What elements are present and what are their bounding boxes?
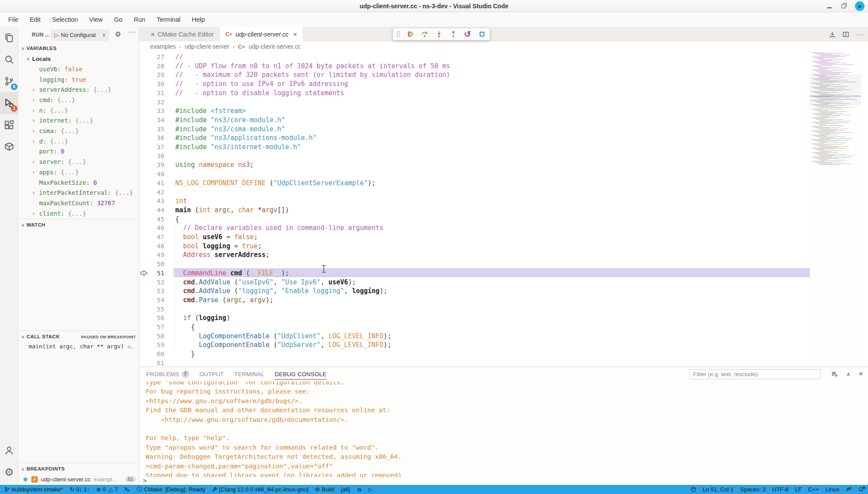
status-item-7[interactable]: △7 xyxy=(109,486,118,493)
chevron-right-icon[interactable]: › xyxy=(33,107,34,113)
split-editor-icon[interactable] xyxy=(842,31,849,38)
line-number[interactable]: 31 xyxy=(139,89,164,98)
line-number[interactable]: 43 xyxy=(139,197,164,206)
panel-tab-output[interactable]: OUTPUT xyxy=(196,367,227,381)
menu-item-file[interactable]: File xyxy=(3,12,24,27)
breadcrumb-item[interactable]: udp-client-server.cc xyxy=(249,43,301,50)
line-number[interactable]: 48 xyxy=(139,242,164,251)
code-line[interactable]: 36#include "ns3/applications-module.h" xyxy=(139,134,810,143)
menu-item-terminal[interactable]: Terminal xyxy=(151,12,186,27)
line-number[interactable]: 54 xyxy=(139,296,164,305)
code-line[interactable]: 30// - option to use IPv4 or IPv6 addres… xyxy=(139,80,810,89)
debug-console-prompt[interactable]: > xyxy=(139,477,868,485)
menu-item-go[interactable]: Go xyxy=(108,12,128,27)
chevron-right-icon[interactable]: › xyxy=(33,190,34,196)
panel-tab-terminal[interactable]: TERMINAL xyxy=(231,367,268,381)
line-number[interactable]: 32 xyxy=(139,98,164,107)
code-line[interactable]: 52 cmd.AddValue ("useIpv6", "Use Ipv6", … xyxy=(139,278,810,287)
chevron-right-icon[interactable]: › xyxy=(33,138,34,144)
status-item-feedback[interactable] xyxy=(846,487,851,492)
status-item-container[interactable] xyxy=(691,487,696,492)
activity-bar-item-settings[interactable]: ⚙ xyxy=(0,461,18,483)
chevron-right-icon[interactable]: › xyxy=(33,159,34,165)
tab-cmake-cache-editor[interactable]: ≡ CMake Cache Editor xyxy=(145,27,220,41)
status-item-utf-8[interactable]: UTF-8 xyxy=(772,486,788,493)
call-stack-frame[interactable]: main(int argc, char ** argv) u. xyxy=(29,343,137,350)
breadcrumb-item[interactable]: udp-client-server xyxy=(184,43,229,50)
debug-console-output[interactable]: Type "show configuration" for configurat… xyxy=(139,381,868,477)
status-item-c++[interactable]: C++ xyxy=(808,486,819,493)
tab-udp-client-server[interactable]: C+ udp-client-server.cc × xyxy=(220,27,303,41)
line-number[interactable]: 50 xyxy=(139,260,164,269)
status-item-buildsystem-cmake[interactable]: buildsystem-cmake* xyxy=(4,486,63,493)
code-line[interactable]: 49 Address serverAddress; xyxy=(139,250,810,260)
code-line[interactable]: 58 LogComponentEnable ("UdpClient", LOG_… xyxy=(139,332,810,341)
line-number[interactable]: 52 xyxy=(139,278,164,287)
status-item-0-1[interactable]: ↻0↓ 1↑ xyxy=(70,486,90,493)
line-number[interactable]: 45 xyxy=(139,215,164,224)
activity-bar-item-cmake-tools[interactable] xyxy=(0,136,18,157)
activity-bar-item-source-control[interactable]: 6 xyxy=(0,70,18,92)
step-into-button[interactable] xyxy=(434,30,443,39)
clear-console-icon[interactable] xyxy=(831,370,838,377)
restore-button[interactable] xyxy=(841,4,845,8)
line-number[interactable]: 34 xyxy=(139,116,164,125)
panel-tab-problems[interactable]: PROBLEMS7 xyxy=(143,367,193,381)
gear-icon[interactable]: ⚙ xyxy=(115,30,121,38)
variable-row-internet[interactable]: ›internet: {...} xyxy=(18,116,139,126)
line-number[interactable]: 35 xyxy=(139,125,164,134)
chevron-right-icon[interactable]: › xyxy=(33,169,34,175)
line-number[interactable]: 46 xyxy=(139,224,164,233)
line-number[interactable]: 58 xyxy=(139,332,164,341)
line-number[interactable]: 47 xyxy=(139,233,164,242)
code-line[interactable]: 55 xyxy=(139,305,810,314)
variable-row-MaxPacketSize[interactable]: MaxPacketSize: 0 xyxy=(18,177,139,188)
line-number[interactable]: 39 xyxy=(139,160,164,170)
line-number[interactable]: 36 xyxy=(139,134,164,143)
maximize-panel-icon[interactable]: ∧ xyxy=(846,371,851,377)
status-item-linux[interactable]: Linux xyxy=(825,486,839,493)
code-line[interactable]: 60 } xyxy=(139,350,810,359)
variable-row-useV6[interactable]: useV6: false xyxy=(18,64,139,74)
breadcrumb-item[interactable]: examples xyxy=(150,43,176,50)
chevron-right-icon[interactable]: › xyxy=(33,97,34,103)
panel-tab-debug-console[interactable]: DEBUG CONSOLE xyxy=(271,367,330,381)
line-number[interactable]: 61 xyxy=(139,359,164,367)
code-line[interactable]: 50 xyxy=(139,260,810,269)
code-line[interactable]: 34#include "ns3/core-module.h" xyxy=(139,116,810,125)
variable-row-cmd[interactable]: ›cmd: {...} xyxy=(18,95,139,105)
code-line[interactable]: 31// - option to disable logging stateme… xyxy=(139,89,810,98)
code-line[interactable]: 43int xyxy=(139,197,810,206)
code-line[interactable]: 48 bool logging = true; xyxy=(139,242,810,251)
variable-row-d[interactable]: ›d: {...} xyxy=(18,136,139,147)
line-number[interactable]: 49 xyxy=(139,250,164,260)
variables-section-header[interactable]: ∨ VARIABLES xyxy=(18,43,139,53)
code-line[interactable]: 41NS_LOG_COMPONENT_DEFINE ("UdpClientSer… xyxy=(139,179,810,188)
chevron-right-icon[interactable]: › xyxy=(33,87,34,93)
code-line[interactable]: 40 xyxy=(139,170,810,179)
status-item-spaces-2[interactable]: Spaces: 2 xyxy=(740,486,766,493)
step-out-button[interactable] xyxy=(449,30,457,39)
line-number[interactable]: 29 xyxy=(139,70,164,80)
code-line[interactable]: 38 xyxy=(139,152,810,161)
status-item-cmake-debug-ready[interactable]: ⓘCMake: [Debug]: Ready xyxy=(137,486,205,493)
close-button[interactable]: × xyxy=(855,1,865,11)
status-item-all[interactable]: [all] xyxy=(341,486,350,493)
variable-row-apps[interactable]: ›apps: {...} xyxy=(18,167,139,177)
more-actions-icon[interactable]: ··· xyxy=(128,28,136,36)
console-filter-input[interactable] xyxy=(689,369,821,379)
breakpoint-item[interactable]: ✓ udp-client-server.cc exampl... 51 xyxy=(18,474,139,484)
code-line[interactable]: 27// xyxy=(139,53,810,62)
chevron-right-icon[interactable]: › xyxy=(33,128,34,134)
line-number[interactable]: 38 xyxy=(139,152,164,161)
status-item-debug-alt[interactable] xyxy=(124,487,130,492)
run-or-download-icon[interactable] xyxy=(829,31,836,38)
line-number[interactable]: 60 xyxy=(139,350,164,359)
activity-bar-item-extensions[interactable] xyxy=(0,114,18,136)
close-tab-icon[interactable]: × xyxy=(293,30,297,38)
status-item-lf[interactable]: LF xyxy=(795,486,801,493)
menu-item-selection[interactable]: Selection xyxy=(46,12,83,27)
activity-bar-item-search[interactable] xyxy=(0,49,18,70)
more-actions-icon[interactable]: ··· xyxy=(856,30,864,38)
line-number[interactable]: 53 xyxy=(139,287,164,296)
